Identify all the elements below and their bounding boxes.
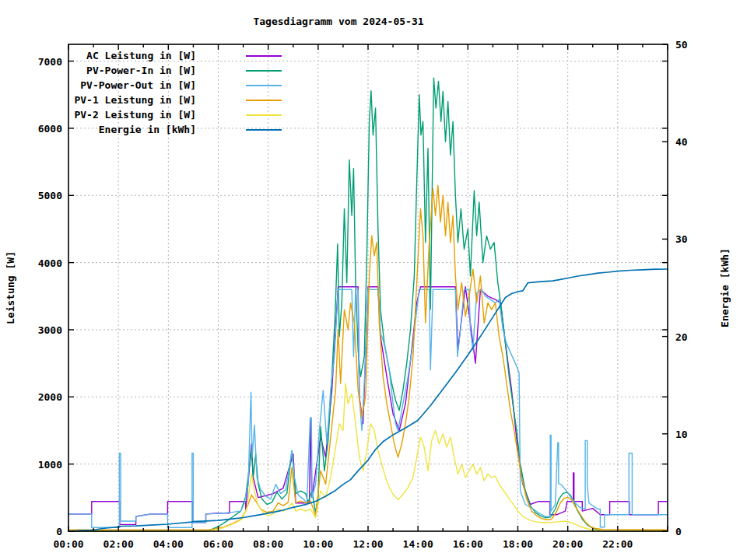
x-tick-label: 22:00 (602, 538, 633, 550)
y-left-tick-label: 2000 (38, 391, 62, 403)
x-tick-label: 08:00 (253, 538, 283, 550)
legend-label: AC Leistung in [W] (86, 50, 196, 61)
y-right-tick-label: 20 (675, 331, 688, 343)
series-line-pv-1-leistung-in-w (68, 185, 668, 530)
y-right-tick-label: 10 (675, 429, 688, 440)
legend-label: PV-Power-Out in [W] (80, 79, 196, 91)
y-right-tick-label: 40 (675, 136, 688, 148)
legend-label: PV-Power-In in [W] (86, 65, 196, 76)
x-tick-label: 16:00 (453, 538, 483, 550)
y-left-tick-label: 6000 (38, 123, 62, 135)
legend: AC Leistung in [W]PV-Power-In in [W]PV-P… (74, 50, 282, 135)
y-left-tick-label: 7000 (38, 56, 62, 68)
y-left-tick-label: 5000 (38, 190, 62, 201)
right-axis-title: Energie [kWh] (719, 248, 731, 327)
pv-day-chart: 00:0002:0004:0006:0008:0010:0012:0014:00… (0, 0, 747, 560)
x-tick-label: 02:00 (103, 538, 134, 550)
x-tick-label: 14:00 (403, 538, 433, 550)
plot-title: Tagesdiagramm vom 2024-05-31 (253, 16, 423, 27)
y-left-tick-label: 0 (56, 526, 62, 537)
x-tick-label: 06:00 (203, 538, 233, 550)
y-right-tick-label: 0 (675, 526, 682, 537)
x-tick-label: 00:00 (53, 538, 83, 550)
legend-label: PV-1 Leistung in [W] (74, 94, 196, 106)
y-left-tick-label: 1000 (38, 459, 62, 471)
left-axis-title: Leistung [W] (5, 251, 16, 324)
x-tick-label: 20:00 (552, 538, 583, 550)
x-tick-label: 18:00 (503, 538, 533, 550)
legend-label: PV-2 Leistung in [W] (74, 109, 196, 121)
y-left-tick-label: 4000 (38, 257, 62, 269)
y-right-tick-label: 50 (675, 39, 688, 51)
x-tick-label: 10:00 (303, 538, 333, 550)
chart-canvas: 00:0002:0004:0006:0008:0010:0012:0014:00… (0, 0, 747, 560)
x-tick-label: 04:00 (153, 538, 184, 550)
x-tick-label: 12:00 (352, 538, 383, 550)
y-right-tick-label: 30 (675, 233, 688, 245)
y-left-tick-label: 3000 (38, 324, 62, 336)
legend-label: Energie in [kWh] (99, 124, 196, 135)
